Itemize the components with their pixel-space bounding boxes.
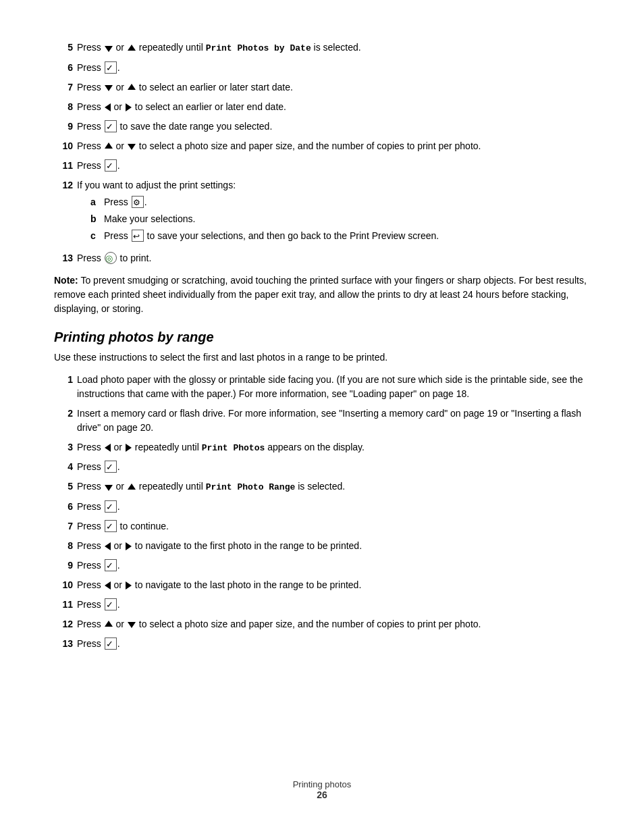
arrow-down-icon	[105, 46, 113, 52]
note-text: To prevent smudging or scratching, avoid…	[54, 275, 587, 314]
b-step-content-7: Press to continue.	[77, 519, 590, 533]
step-5: 5 Press or repeatedly until Print Photos…	[54, 41, 590, 55]
b-step-num-7: 7	[54, 519, 73, 533]
step-num-11: 11	[54, 159, 73, 173]
footer: Printing photos 26	[0, 779, 644, 800]
arrow-left-icon-8	[105, 103, 111, 111]
step-10: 10 Press or to select a photo size and p…	[54, 139, 590, 153]
top-steps-list: 5 Press or repeatedly until Print Photos…	[54, 41, 590, 265]
b-step-content-9: Press .	[77, 558, 590, 573]
step-content-6: Press .	[77, 61, 590, 75]
b-step-num-2: 2	[54, 407, 73, 421]
settings-icon-12a	[132, 196, 144, 208]
arrow-up-icon-10	[105, 142, 113, 149]
arrow-up-icon-b12	[105, 621, 113, 627]
b-step-content-8: Press or to navigate to the first photo …	[77, 539, 590, 553]
step-9: 9 Press to save the date range you selec…	[54, 120, 590, 134]
step-content-9: Press to save the date range you selecte…	[77, 120, 590, 134]
b-step-num-8: 8	[54, 539, 73, 553]
step-num-5: 5	[54, 41, 73, 55]
b-step-1: 1 Load photo paper with the glossy or pr…	[54, 373, 590, 401]
step-12-substeps: a Press . b Make your selections. c Pres…	[77, 195, 590, 243]
back-icon-12c	[132, 230, 144, 242]
step-content-10: Press or to select a photo size and pape…	[77, 139, 590, 153]
sub-step-12b: b Make your selections.	[90, 212, 590, 226]
b-step-num-1: 1	[54, 373, 73, 387]
b-step-13: 13 Press .	[54, 637, 590, 651]
arrow-up-icon-b5	[128, 484, 136, 490]
check-icon-b7	[105, 520, 117, 532]
page: 5 Press or repeatedly until Print Photos…	[0, 0, 644, 834]
note-label: Note:	[54, 275, 78, 286]
step-13: 13 Press to print.	[54, 251, 590, 265]
b-step-num-6: 6	[54, 500, 73, 514]
footer-page: 26	[0, 789, 644, 800]
arrow-left-icon-b10	[105, 581, 111, 590]
step-num-12: 12	[54, 178, 73, 192]
step-num-6: 6	[54, 61, 73, 75]
step-num-13: 13	[54, 251, 73, 265]
b-step-num-3: 3	[54, 440, 73, 454]
sub-label-c: c	[90, 229, 104, 243]
b-step-num-13: 13	[54, 637, 73, 651]
arrow-left-icon-b8	[105, 542, 111, 550]
arrow-up-icon	[128, 45, 136, 51]
print-icon-13	[105, 252, 117, 264]
b-step-7: 7 Press to continue.	[54, 519, 590, 533]
b-step-num-10: 10	[54, 578, 73, 592]
step-num-9: 9	[54, 120, 73, 134]
step-7: 7 Press or to select an earlier or later…	[54, 80, 590, 95]
check-icon-b6	[105, 500, 117, 513]
sub-content-c: Press to save your selections, and then …	[104, 229, 439, 243]
step-num-7: 7	[54, 80, 73, 95]
check-icon-11	[105, 159, 117, 172]
arrow-right-icon-b10	[126, 581, 132, 590]
step-content-12: If you want to adjust the print settings…	[77, 178, 590, 246]
sub-step-12a: a Press .	[90, 195, 590, 209]
b-step-content-1: Load photo paper with the glossy or prin…	[77, 373, 590, 401]
check-icon-b4	[105, 461, 117, 473]
b-step-num-5: 5	[54, 479, 73, 494]
sub-label-a: a	[90, 195, 104, 209]
sub-step-12c: c Press to save your selections, and the…	[90, 229, 590, 243]
step-content-11: Press .	[77, 159, 590, 173]
arrow-left-icon-b3	[105, 444, 111, 452]
step-content-13: Press to print.	[77, 251, 590, 265]
arrow-right-icon-b8	[126, 542, 132, 550]
step-content-5: Press or repeatedly until Print Photos b…	[77, 41, 590, 55]
step-num-8: 8	[54, 100, 73, 114]
check-icon-6	[105, 61, 117, 74]
b-step-8: 8 Press or to navigate to the first phot…	[54, 539, 590, 553]
check-icon-b13	[105, 637, 117, 650]
b-step-9: 9 Press .	[54, 558, 590, 573]
arrow-right-icon-b3	[126, 444, 132, 452]
b-step-content-10: Press or to navigate to the last photo i…	[77, 578, 590, 592]
sub-content-a: Press .	[104, 195, 147, 209]
b-step-num-9: 9	[54, 558, 73, 573]
step-6: 6 Press .	[54, 61, 590, 75]
b-step-content-2: Insert a memory card or flash drive. For…	[77, 407, 590, 435]
b-step-num-4: 4	[54, 460, 73, 474]
b-step-content-6: Press .	[77, 500, 590, 514]
arrow-down-icon-7	[105, 85, 113, 91]
check-icon-9	[105, 120, 117, 132]
b-step-num-12: 12	[54, 617, 73, 631]
step-11: 11 Press .	[54, 159, 590, 173]
check-icon-b11	[105, 598, 117, 610]
b-step-6: 6 Press .	[54, 500, 590, 514]
b-step-10: 10 Press or to navigate to the last phot…	[54, 578, 590, 592]
section-title: Printing photos by range	[54, 330, 590, 345]
b-step-11: 11 Press .	[54, 598, 590, 612]
b-step-content-12: Press or to select a photo size and pape…	[77, 617, 590, 631]
arrow-down-icon-10	[128, 144, 136, 150]
b-step-content-5: Press or repeatedly until Print Photo Ra…	[77, 479, 590, 494]
b-step-content-11: Press .	[77, 598, 590, 612]
b-step-12: 12 Press or to select a photo size and p…	[54, 617, 590, 631]
step-12: 12 If you want to adjust the print setti…	[54, 178, 590, 246]
b-step-4: 4 Press .	[54, 460, 590, 474]
arrow-down-icon-b12	[128, 622, 136, 628]
step-8: 8 Press or to select an earlier or later…	[54, 100, 590, 114]
arrow-right-icon-8	[126, 103, 132, 111]
check-icon-b9	[105, 559, 117, 571]
b-step-num-11: 11	[54, 598, 73, 612]
